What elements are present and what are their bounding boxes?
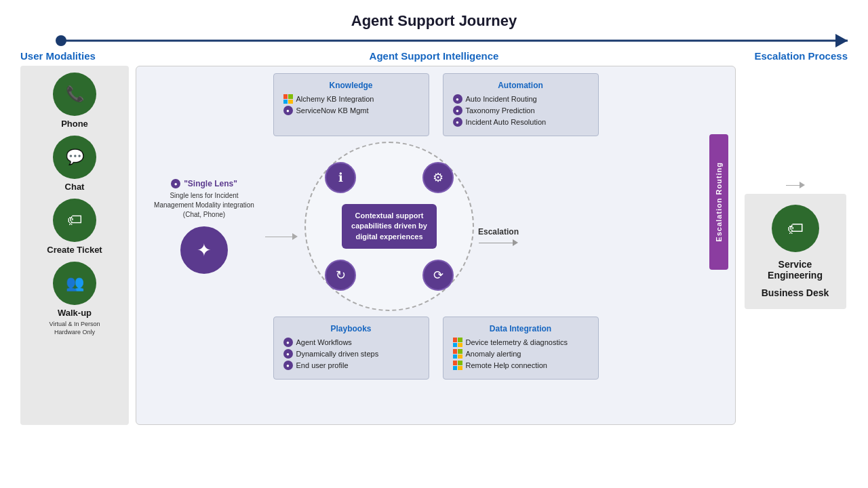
knowledge-text-2: ServiceNow KB Mgmt xyxy=(296,106,369,115)
create-ticket-label: Create Ticket xyxy=(47,245,102,255)
playbooks-item-2: ● Dynamically driven steps xyxy=(283,349,419,359)
business-desk-label: Business Desk xyxy=(762,287,829,298)
walk-up-label: Walk-up xyxy=(58,308,92,318)
escalation-arrow xyxy=(479,239,518,246)
data-item-3: Remote Help connection xyxy=(453,361,589,370)
data-integration-card: Data Integration Device telemetry & diag… xyxy=(443,317,599,380)
escalation-area: Escalation xyxy=(478,227,519,246)
orbit-icon-settings: ⚙ xyxy=(422,162,454,193)
auto-resolution-icon: ● xyxy=(453,117,462,127)
orbit-icon-info: ℹ xyxy=(325,162,356,193)
data-item-2: Anomaly alerting xyxy=(453,349,589,359)
phone-icon: 📞 xyxy=(53,73,96,116)
user-modalities-panel: 📞 Phone 💬 Chat 🏷 Create Ticket 👥 Walk-up… xyxy=(20,66,129,425)
automation-text-2: Taxonomy Prediction xyxy=(466,106,535,115)
playbooks-card-title: Playbooks xyxy=(283,324,419,333)
modality-walk-up: 👥 Walk-up Virtual & In PersonHardware On… xyxy=(50,262,100,336)
chat-icon: 💬 xyxy=(53,136,96,179)
escalation-panel: 🏷 Service Engineering Business Desk xyxy=(743,66,848,425)
knowledge-text-1: Alchemy KB Integration xyxy=(296,95,374,103)
ticket-icon: 🏷 xyxy=(53,199,96,242)
playbooks-item-3: ● End user profile xyxy=(283,361,419,370)
routing-text: Escalation Routing xyxy=(715,162,723,242)
bottom-cards: Playbooks ● Agent Workflows ● Dynamicall… xyxy=(143,317,728,380)
main-layout: 📞 Phone 💬 Chat 🏷 Create Ticket 👥 Walk-up… xyxy=(0,62,868,448)
escalation-label: Escalation xyxy=(478,227,519,237)
automation-text-1: Auto Incident Routing xyxy=(466,95,537,103)
modality-create-ticket: 🏷 Create Ticket xyxy=(47,199,102,255)
playbooks-text-3: End user profile xyxy=(296,361,349,369)
ms-logo-3 xyxy=(453,349,462,359)
playbooks-item-1: ● Agent Workflows xyxy=(283,338,419,347)
top-cards: Knowledge Alchemy KB Integration ● Servi… xyxy=(143,73,728,136)
agent-intelligence-label: Agent Support Intelligence xyxy=(136,50,732,62)
right-connector xyxy=(786,182,805,188)
single-lens-box: ● "Single Lens" Single lens for Incident… xyxy=(150,179,258,274)
escalation-target-icon: 🏷 xyxy=(772,205,819,252)
auto-routing-icon: ● xyxy=(453,94,462,104)
user-modalities-label: User Modalities xyxy=(20,50,136,62)
ms-logo-4 xyxy=(453,361,462,370)
escalation-process-label: Escalation Process xyxy=(732,50,848,62)
lens-circle-icon: ✦ xyxy=(180,226,228,274)
diagram-area: ℹ ⚙ ↻ ⟳ Contextual support capabilities … xyxy=(304,142,474,311)
arrow-head xyxy=(835,34,848,47)
lens-description: Single lens for Incident Management Moda… xyxy=(150,191,258,220)
modality-chat: 💬 Chat xyxy=(53,136,96,192)
escalation-routing-bar: Escalation Routing xyxy=(709,134,728,270)
dynamic-steps-icon: ● xyxy=(283,349,293,359)
playbooks-card: Playbooks ● Agent Workflows ● Dynamicall… xyxy=(273,317,429,380)
taxonomy-icon: ● xyxy=(453,106,462,115)
middle-row: ● "Single Lens" Single lens for Incident… xyxy=(150,142,722,311)
servicenow-icon: ● xyxy=(283,106,293,115)
lens-to-diagram-arrow xyxy=(265,233,298,240)
ms-logo-2 xyxy=(453,338,462,347)
automation-item-1: ● Auto Incident Routing xyxy=(453,94,589,104)
knowledge-item-1: Alchemy KB Integration xyxy=(283,94,419,104)
escalation-card: 🏷 Service Engineering Business Desk xyxy=(745,194,846,309)
ms-logo-1 xyxy=(283,94,293,104)
data-text-3: Remote Help connection xyxy=(466,361,547,369)
phone-label: Phone xyxy=(61,119,88,129)
playbooks-text-2: Dynamically driven steps xyxy=(296,350,379,358)
agent-intelligence-panel: Knowledge Alchemy KB Integration ● Servi… xyxy=(136,66,736,425)
chat-label: Chat xyxy=(65,182,85,192)
center-box: Contextual support capabilities driven b… xyxy=(342,204,437,249)
lens-title: ● "Single Lens" xyxy=(171,179,237,188)
service-engineering-label: Service Engineering xyxy=(751,259,840,281)
walkup-icon: 👥 xyxy=(53,262,96,305)
data-item-1: Device telemetry & diagnostics xyxy=(453,338,589,347)
walk-up-sublabel: Virtual & In PersonHardware Only xyxy=(50,321,100,336)
modality-phone: 📞 Phone xyxy=(53,73,96,129)
page-title: Agent Support Journey xyxy=(0,0,868,30)
data-text-1: Device telemetry & diagnostics xyxy=(466,338,568,346)
automation-text-3: Incident Auto Resolution xyxy=(466,118,547,126)
orbit-icon-refresh: ↻ xyxy=(325,260,356,291)
section-labels: User Modalities Agent Support Intelligen… xyxy=(0,50,868,62)
lens-icon: ● xyxy=(171,179,180,188)
data-integration-title: Data Integration xyxy=(453,324,589,333)
arrow-line xyxy=(61,40,848,42)
end-user-icon: ● xyxy=(283,361,293,370)
automation-item-2: ● Taxonomy Prediction xyxy=(453,106,589,115)
journey-arrow xyxy=(20,34,848,47)
automation-card-title: Automation xyxy=(453,81,589,90)
playbooks-text-1: Agent Workflows xyxy=(296,338,352,346)
orbit-icon-sync: ⟳ xyxy=(422,260,454,291)
knowledge-item-2: ● ServiceNow KB Mgmt xyxy=(283,106,419,115)
outer-circle: ℹ ⚙ ↻ ⟳ Contextual support capabilities … xyxy=(304,142,474,311)
data-text-2: Anomaly alerting xyxy=(466,350,521,358)
automation-item-3: ● Incident Auto Resolution xyxy=(453,117,589,127)
knowledge-card: Knowledge Alchemy KB Integration ● Servi… xyxy=(273,73,429,136)
knowledge-card-title: Knowledge xyxy=(283,81,419,90)
agent-workflows-icon: ● xyxy=(283,338,293,347)
automation-card: Automation ● Auto Incident Routing ● Tax… xyxy=(443,73,599,136)
